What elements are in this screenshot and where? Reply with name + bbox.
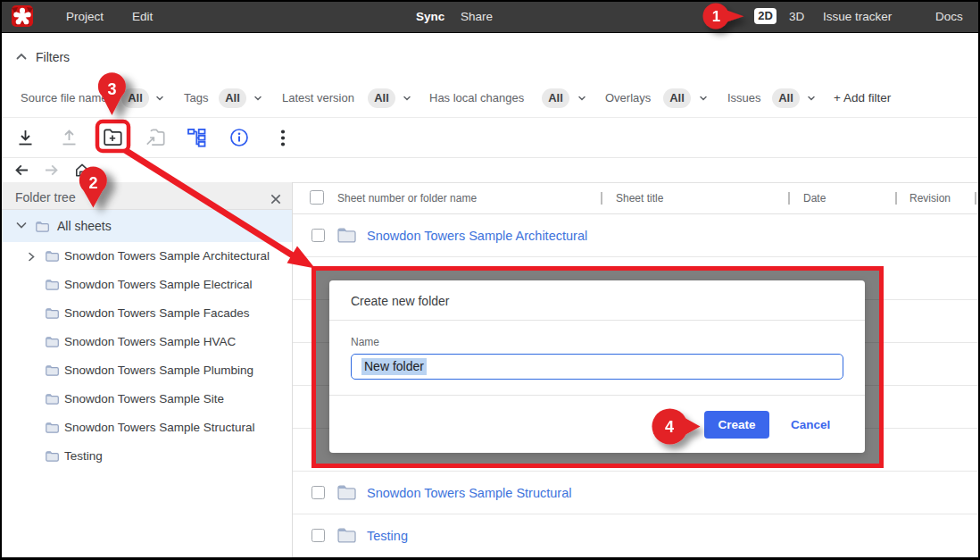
- svg-text:1: 1: [712, 8, 720, 25]
- svg-text:2: 2: [88, 174, 97, 192]
- svg-text:4: 4: [665, 418, 674, 436]
- svg-text:3: 3: [107, 80, 116, 98]
